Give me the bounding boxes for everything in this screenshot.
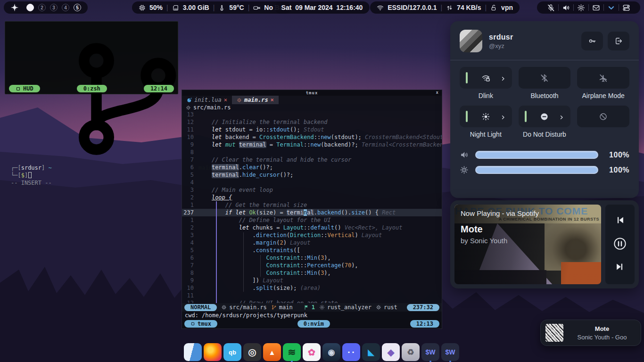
brightness-value: 100% [605,166,629,174]
branch-icon [55,28,197,170]
chevron-right-icon[interactable] [500,75,506,81]
next-button[interactable] [615,262,625,274]
tmux-session-label: tmux [198,321,211,327]
pause-button[interactable] [613,237,627,253]
toggle-airplane[interactable] [577,67,629,89]
key-button[interactable] [581,32,603,50]
vi-mode-indicator: -- INSERT -- [11,179,172,187]
brightness-slider[interactable] [475,166,598,174]
code-line: 10 .split(size); (area) [182,284,442,292]
tab-close-icon[interactable]: × [271,97,274,103]
code-line: 5 .constraints([ [182,247,442,254]
terminal-statusbar: HUD 0:zsh 12:14 [5,85,178,92]
tmux-window-pill[interactable]: 0:nvim [297,320,330,328]
indent-guide [243,232,244,292]
workspace-1[interactable] [26,4,34,11]
code-editor[interactable]: 1312 // Initialize the terminal backend1… [182,111,442,303]
toggle-nightlight[interactable] [460,106,512,127]
tmux-session-pill[interactable]: tmux [184,320,217,328]
tab-main.rs[interactable]: main.rs× [232,96,279,104]
toggle-dnd[interactable] [519,106,571,127]
line-number: 4 [182,239,198,247]
previous-button[interactable] [615,215,625,227]
chevron-down-icon[interactable] [607,4,615,12]
statusline-lsp: rust_analyzer [319,304,372,311]
line-number: 1 [182,201,198,209]
code-line: 6 Constraint::Min(3), [182,254,442,262]
code-line: 6 terminal.clear()?; [182,164,442,171]
toggle-wifi[interactable] [460,67,512,89]
dock-discord[interactable]: • • [342,343,360,361]
line-number: 6 [182,254,198,262]
statusline-diagnostics: 1 [304,304,315,311]
tmux-window[interactable]: tmux x init.lua×main.rs× src/main.rs 131… [182,90,442,329]
album-art: SHAPE OF PUNK TO COMEA CHIMERICAL BOMBIN… [454,205,601,284]
chevron-right-icon[interactable] [559,114,564,119]
mail-icon[interactable] [592,4,600,12]
logout-button[interactable] [608,32,629,50]
toggle-blocked[interactable] [577,106,629,127]
line-number: 237 [182,209,198,216]
code-line: 9 ]) Layout [182,277,442,284]
airplane-off-icon [599,74,608,82]
hud-pill[interactable]: HUD [9,85,40,92]
dock-obs[interactable]: ◎ [243,343,261,361]
speaker-icon[interactable] [562,4,570,12]
zsh-session-pill[interactable]: 0:zsh [77,85,107,92]
notification[interactable]: Mote Sonic Youth - Goo [540,320,641,346]
track-artist: by Sonic Youth [461,237,539,245]
terminal-clock: 12:14 [150,85,167,92]
mic-muted-icon[interactable] [547,4,555,12]
previous-icon [615,215,625,225]
gear-icon[interactable] [577,4,585,12]
blocked-icon [599,112,608,121]
dnd-icon [540,112,549,121]
rust-icon [186,105,191,110]
workspace-3[interactable]: 3 [50,4,58,11]
volume-slider[interactable] [475,151,598,159]
line-number: 4 [182,179,198,186]
toggle-bluetooth[interactable] [519,67,571,89]
temp-icon [218,4,225,11]
dock-obsidian[interactable]: ◆ [382,343,400,361]
winbar-filename: src/main.rs [193,104,231,111]
dock-vscode[interactable]: ◣ [362,343,380,361]
terminal-window[interactable]: ┌─[srdusr] ~ main -unstaged└─[$]-- INSER… [5,21,178,94]
clock[interactable]: Sat 09 Mar 2024 12:16:40 [275,1,370,14]
line-number: 2 [182,194,198,201]
workspace-5[interactable]: 5 [74,4,81,11]
tab-close-icon[interactable]: × [224,97,227,103]
dock-qbittorrent[interactable]: qb [223,343,241,361]
close-button[interactable]: x [436,90,439,95]
toggles-icon[interactable] [622,4,630,12]
workspace-2[interactable]: 2 [38,4,46,11]
code-line: 9 let mut terminal = Terminal::new(backe… [182,141,442,148]
track-title: Mote [461,224,539,235]
system-stats-pill: 50%|3.00 GiB|59°C|No Bat [132,1,292,14]
dock-spotify[interactable]: ≋ [283,343,301,361]
dock-firefox[interactable] [204,343,222,361]
sliders: 100%100% [460,150,629,174]
line-number: 3 [182,231,198,239]
dock-trash[interactable]: ♻ [402,343,420,361]
next-icon [615,262,625,272]
line-number: 8 [182,148,198,156]
network-pill[interactable]: ESSID/127.0.0.1|74 KB/s|vpn [370,1,520,14]
code-line: 1 // Get the terminal size [182,201,442,209]
dock-wallet-sw-2[interactable]: $W [441,343,459,361]
avatar [460,30,482,52]
chevron-right-icon[interactable] [500,114,506,119]
dock-file-manager[interactable] [184,343,202,361]
line-number: 10 [182,133,198,141]
dock-steam[interactable]: ◉ [322,343,340,361]
gear-icon [319,304,325,310]
dock-photos[interactable]: ✿ [303,343,321,361]
tab-init.lua[interactable]: init.lua× [182,96,232,104]
dock-wallet-sw-1[interactable]: $W [421,343,439,361]
prompt-line: ┌─[srdusr] ~ main -unstaged [11,28,172,172]
notification-title: Mote [568,325,636,332]
key-icon [588,37,596,45]
dock-vlc[interactable]: ▲ [263,343,281,361]
workspace-4[interactable]: 4 [62,4,69,11]
line-number: 1 [182,216,198,224]
